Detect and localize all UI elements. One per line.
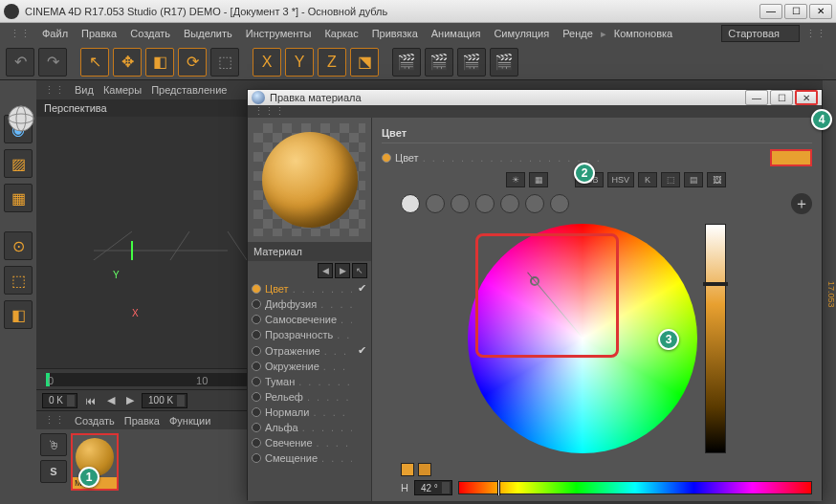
vp-menu-view[interactable]: Вид	[75, 84, 94, 96]
point-mode[interactable]: ⊙	[4, 231, 33, 260]
material-preview[interactable]	[248, 118, 371, 242]
menu-compositing[interactable]: Компоновка	[608, 26, 678, 41]
mat-menu-functions[interactable]: Функции	[169, 415, 210, 427]
mat-view-icons[interactable]: 🖰	[40, 433, 67, 456]
render-button[interactable]: 🎬	[392, 48, 421, 77]
coord-system[interactable]: ⬔	[350, 48, 379, 77]
channel-Смещение[interactable]: Смещение . . . . . . .	[248, 450, 371, 466]
maximize-button[interactable]: ☐	[784, 4, 807, 19]
picker-tool[interactable]	[401, 194, 420, 213]
next-material-button[interactable]: ▶	[335, 263, 350, 278]
next-frame-button[interactable]: ▶	[122, 394, 138, 406]
value-handle[interactable]	[703, 282, 728, 286]
dialog-titlebar[interactable]: Правка материала — ☐ ✕	[248, 90, 822, 105]
channel-Туман[interactable]: Туман . . . . . . .	[248, 374, 371, 389]
value-slider[interactable]	[705, 224, 726, 453]
menu-animation[interactable]: Анимация	[426, 26, 487, 41]
spectrum-mode[interactable]: ▦	[529, 172, 548, 187]
channel-check[interactable]: ✔	[356, 344, 367, 357]
render-region-button[interactable]: 🎬	[425, 48, 453, 77]
vp-menu-display[interactable]: Представление	[151, 84, 227, 96]
axis-z-toggle[interactable]: Z	[318, 48, 346, 77]
channel-Прозрачность[interactable]: Прозрачность . . . . . . .	[248, 327, 371, 342]
recent-tool[interactable]: ⬚	[210, 48, 239, 77]
start-frame-input[interactable]: 0 K	[42, 393, 77, 408]
world-icon[interactable]	[6, 103, 36, 134]
menu-select[interactable]: Выделить	[178, 26, 238, 41]
channel-radio[interactable]	[252, 377, 261, 386]
mat-menu-create[interactable]: Создать	[75, 415, 115, 427]
material-thumbnail[interactable]: Мате	[71, 433, 119, 491]
channel-Отражение[interactable]: Отражение . . . . . . .✔	[248, 342, 371, 359]
previous-color-swatch[interactable]	[418, 463, 431, 476]
channel-radio[interactable]	[252, 392, 261, 402]
menu-file[interactable]: Файл	[36, 26, 74, 41]
close-button[interactable]: ✕	[809, 4, 832, 19]
axis-x-toggle[interactable]: X	[253, 48, 281, 77]
prev-material-button[interactable]: ◀	[318, 263, 333, 278]
current-color-swatch[interactable]	[401, 463, 414, 476]
channel-radio[interactable]	[252, 284, 261, 294]
mixer-mode[interactable]: ⬚	[661, 172, 680, 187]
channel-radio[interactable]	[252, 362, 261, 371]
menu-render[interactable]: Ренде	[557, 26, 599, 41]
hue-slider[interactable]	[458, 481, 812, 494]
undo-button[interactable]: ↶	[6, 48, 34, 77]
menu-edit[interactable]: Правка	[76, 26, 122, 41]
mat-view-list[interactable]: S	[40, 460, 67, 483]
add-preset-button[interactable]: ＋	[791, 193, 812, 214]
redo-button[interactable]: ↷	[38, 48, 67, 77]
channel-Свечение[interactable]: Свечение . . . . . . .	[248, 435, 371, 450]
rotate-tool[interactable]: ⟳	[178, 48, 207, 77]
workplane-mode[interactable]: ▦	[4, 184, 33, 212]
menu-mesh[interactable]: Каркас	[319, 26, 363, 41]
channel-radio[interactable]	[252, 407, 261, 417]
dialog-close-button[interactable]: ✕	[795, 90, 818, 105]
picker-tool-5[interactable]	[500, 194, 519, 213]
hue-input[interactable]: 42 °	[414, 480, 452, 495]
channel-Альфа[interactable]: Альфа . . . . . . .	[248, 420, 371, 435]
edge-mode[interactable]: ⬚	[4, 266, 33, 295]
menu-simulation[interactable]: Симуляция	[488, 26, 555, 41]
axis-y-toggle[interactable]: Y	[285, 48, 314, 77]
pick-material-button[interactable]: ↖	[352, 263, 367, 278]
hsv-mode[interactable]: HSV	[607, 172, 635, 187]
picker-tool-7[interactable]	[550, 194, 569, 213]
channel-radio[interactable]	[252, 453, 261, 463]
poly-mode[interactable]: ◧	[4, 300, 33, 329]
menu-tools[interactable]: Инструменты	[240, 26, 318, 41]
color-wheel[interactable]	[468, 224, 697, 453]
layout-dropdown[interactable]: Стартовая	[721, 25, 800, 42]
picker-tool-6[interactable]	[525, 194, 544, 213]
move-tool[interactable]: ✥	[113, 48, 142, 77]
channel-radio[interactable]	[252, 330, 261, 340]
channel-check[interactable]: ✔	[356, 282, 367, 295]
dialog-minimize-button[interactable]: —	[745, 90, 768, 105]
prev-frame-button[interactable]: ◀	[103, 394, 119, 406]
channel-radio[interactable]	[252, 299, 261, 309]
wheel-indicator-dot[interactable]	[530, 276, 539, 286]
swatches-mode[interactable]: ▤	[684, 172, 703, 187]
goto-start-button[interactable]: ⏮	[81, 395, 99, 406]
rgb-mode[interactable]: RGB	[575, 172, 604, 187]
color-swatch[interactable]	[770, 149, 812, 166]
picker-tool-2[interactable]	[426, 194, 445, 213]
texture-mode[interactable]: ▨	[4, 149, 33, 178]
color-radio[interactable]	[382, 153, 391, 163]
minimize-button[interactable]: —	[759, 4, 782, 19]
mat-menu-edit[interactable]: Правка	[124, 415, 160, 427]
channel-radio[interactable]	[252, 346, 261, 356]
channel-Самосвечение[interactable]: Самосвечение . . . . . . .	[248, 312, 371, 327]
hue-handle[interactable]	[497, 480, 500, 495]
render-settings-button[interactable]: 🎬	[457, 48, 486, 77]
dialog-maximize-button[interactable]: ☐	[770, 90, 793, 105]
channel-Нормали[interactable]: Нормали . . . . . . .	[248, 405, 371, 420]
channel-Цвет[interactable]: Цвет . . . . . . .✔	[248, 280, 371, 296]
color-wheel-mode[interactable]: ☀	[506, 172, 525, 187]
channel-Окружение[interactable]: Окружение . . . . . . .	[248, 359, 371, 374]
picker-tool-3[interactable]	[451, 194, 470, 213]
vp-menu-cameras[interactable]: Камеры	[103, 84, 142, 96]
channel-radio[interactable]	[252, 315, 261, 324]
end-frame-input[interactable]: 100 K	[142, 393, 187, 408]
kelvin-mode[interactable]: K	[638, 172, 657, 187]
